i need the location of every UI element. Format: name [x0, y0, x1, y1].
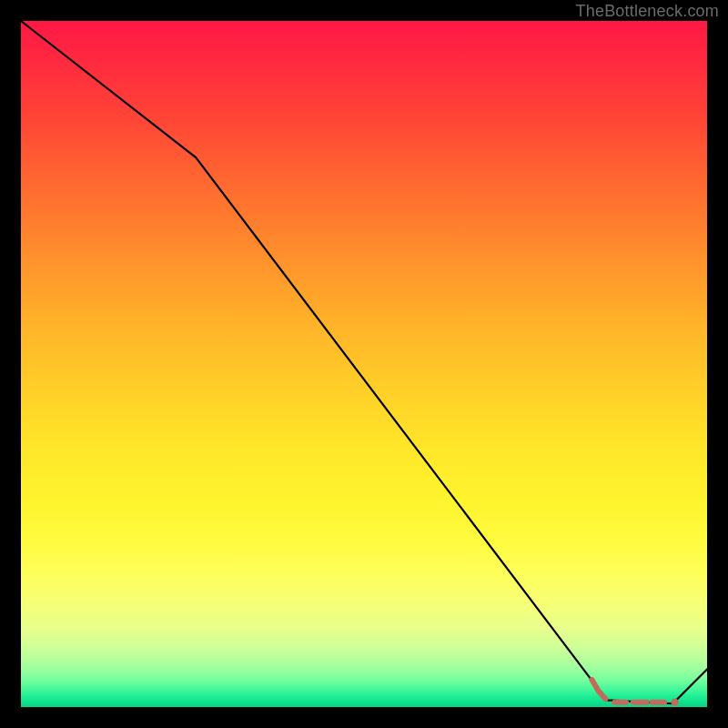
plot-area	[21, 21, 707, 707]
chart-svg	[21, 21, 707, 707]
baseline-dot	[671, 699, 678, 706]
bottleneck-curve	[21, 21, 707, 703]
curve-notch	[592, 680, 605, 699]
chart-stage: TheBottleneck.com	[0, 0, 728, 728]
curve-layer	[21, 21, 707, 706]
attribution-text: TheBottleneck.com	[576, 2, 719, 21]
